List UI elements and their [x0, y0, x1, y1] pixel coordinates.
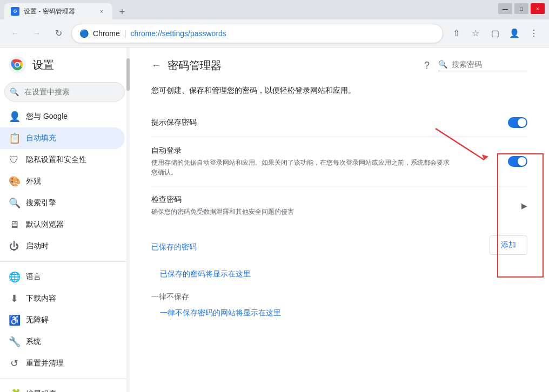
forward-button[interactable]: →	[28, 25, 45, 42]
privacy-icon: 🛡	[9, 154, 19, 166]
sidebar-divider	[0, 261, 129, 262]
check-password-chevron[interactable]: ▶	[521, 201, 527, 210]
search-password-input[interactable]	[452, 60, 527, 69]
pwd-back-button[interactable]: ←	[151, 60, 161, 71]
sidebar-search[interactable]: 🔍	[4, 82, 125, 102]
auto-signin-toggle[interactable]	[508, 156, 527, 167]
sidebar-item-privacy[interactable]: 🛡 隐私设置和安全性	[0, 149, 125, 171]
sidebar-search-input[interactable]	[4, 82, 125, 102]
sidebar-item-label: 搜索引擎	[26, 198, 56, 208]
tab-close-button[interactable]: ×	[97, 7, 106, 16]
add-password-button[interactable]: 添加	[490, 235, 527, 255]
offer-save-label: 提示保存密码	[151, 118, 197, 127]
sidebar-item-label: 自动填充	[26, 133, 56, 143]
sidebar-item-label: 默认浏览器	[26, 220, 64, 229]
sidebar-item-extensions[interactable]: 🧩 扩展程序 ↗	[0, 383, 125, 392]
pwd-description: 您可创建、保存和管理您的密码，以便轻松登录网站和应用。	[151, 86, 527, 96]
svg-point-3	[16, 63, 19, 67]
sidebar-item-language[interactable]: 🌐 语言	[0, 266, 125, 288]
sidebar-item-browser[interactable]: 🖥 默认浏览器	[0, 214, 125, 235]
language-icon: 🌐	[9, 271, 19, 283]
sidebar-divider-2	[0, 379, 129, 379]
nav-icons-right: ⇧ ☆ ▢ 👤 ⋮	[447, 25, 543, 42]
tab-favicon: ⚙	[11, 7, 19, 16]
sidebar-item-label: 系统	[26, 337, 41, 347]
url-favicon: 🔵	[79, 29, 89, 38]
auto-signin-desc: 使用存储的凭据自动登录网站和应用。如果关闭了该功能，在您每次登录网站或应用之前，…	[151, 158, 454, 177]
pwd-header: ← 密码管理器 ? 🔍	[151, 58, 527, 73]
url-path: chrome://settings/passwords	[130, 29, 226, 38]
search-password-area[interactable]: 🔍	[438, 60, 527, 71]
pwd-title-row: ← 密码管理器	[151, 58, 222, 73]
auto-signin-label-area: 自动登录 使用存储的凭据自动登录网站和应用。如果关闭了该功能，在您每次登录网站或…	[151, 146, 454, 177]
sidebar-item-appearance[interactable]: 🎨 外观	[0, 171, 125, 192]
system-icon: 🔧	[9, 336, 19, 348]
help-icon[interactable]: ?	[424, 60, 430, 71]
auto-signin-toggle-track[interactable]	[508, 156, 527, 167]
sidebar-item-label: 下载内容	[26, 294, 56, 303]
sidebar-item-label: 扩展程序	[26, 389, 56, 392]
new-tab-button[interactable]: +	[115, 4, 130, 19]
search-engine-icon: 🔍	[9, 197, 19, 209]
reload-button[interactable]: ↻	[50, 25, 67, 42]
sidebar-item-startup[interactable]: ⏻ 启动时	[0, 235, 125, 257]
autofill-icon: 📋	[9, 132, 19, 144]
content-area: ← 密码管理器 ? 🔍 您可创建、保存和管理您的密码，以便轻松登录网站和应用。 …	[130, 48, 549, 392]
sidebar-item-label: 外观	[26, 177, 41, 186]
sidebar-item-label: 重置并清理	[26, 359, 64, 368]
startup-icon: ⏻	[9, 241, 19, 252]
sidebar: 设置 🔍 👤 您与 Google 📋 自动填充 🛡 隐私设置和安全性 🎨	[0, 48, 130, 392]
profile-icon[interactable]: 👤	[506, 25, 523, 42]
back-button[interactable]: ←	[6, 25, 24, 42]
titlebar: ⚙ 设置 - 密码管理器 × + — □ ×	[0, 0, 549, 19]
sidebar-item-system[interactable]: 🔧 系统	[0, 331, 125, 353]
offer-save-toggle[interactable]	[508, 117, 527, 128]
offer-save-row: 提示保存密码	[151, 109, 527, 137]
sidebar-item-reset[interactable]: ↺ 重置并清理	[0, 353, 125, 374]
tab-area: ⚙ 设置 - 密码管理器 × +	[4, 0, 130, 19]
tab-view-icon[interactable]: ▢	[486, 25, 504, 42]
saved-passwords-header: 已保存的密码 添加	[151, 225, 527, 261]
pwd-title: 密码管理器	[168, 58, 222, 73]
auto-signin-row: 自动登录 使用存储的凭据自动登录网站和应用。如果关闭了该功能，在您每次登录网站或…	[151, 137, 527, 186]
minimize-button[interactable]: —	[498, 3, 512, 14]
check-password-label: 检查密码	[151, 195, 294, 205]
check-password-desc: 确保您的密码免受数据泄露和其他安全问题的侵害	[151, 207, 294, 217]
window-controls: — □ ×	[498, 3, 545, 14]
never-save-placeholder: 一律不保存密码的网站将显示在这里	[151, 304, 527, 318]
sidebar-search-icon: 🔍	[10, 87, 19, 96]
check-password-row: 检查密码 确保您的密码免受数据泄露和其他安全问题的侵害 ▶	[151, 186, 527, 225]
sidebar-item-autofill[interactable]: 📋 自动填充	[0, 127, 125, 149]
offer-save-toggle-thumb	[518, 118, 526, 127]
sidebar-item-accessibility[interactable]: ♿ 无障碍	[0, 309, 125, 331]
sidebar-item-label: 隐私设置和安全性	[26, 155, 86, 165]
auto-signin-toggle-thumb	[518, 157, 526, 166]
menu-icon[interactable]: ⋮	[525, 25, 543, 42]
pwd-header-right: ? 🔍	[424, 60, 527, 71]
navbar: ← → ↻ 🔵 Chrome | chrome://settings/passw…	[0, 19, 549, 48]
sidebar-app-title: 设置	[32, 58, 54, 72]
sidebar-item-label: 语言	[26, 272, 41, 282]
bookmark-icon[interactable]: ☆	[467, 25, 484, 42]
password-manager-container: ← 密码管理器 ? 🔍 您可创建、保存和管理您的密码，以便轻松登录网站和应用。 …	[130, 48, 549, 329]
share-icon[interactable]: ⇧	[447, 25, 465, 42]
auto-signin-label: 自动登录	[151, 146, 454, 156]
never-save-title: 一律不保存	[151, 279, 527, 304]
offer-save-toggle-track[interactable]	[508, 117, 527, 128]
window-close-button[interactable]: ×	[531, 3, 545, 14]
appearance-icon: 🎨	[9, 175, 19, 187]
reset-icon: ↺	[9, 357, 19, 369]
url-separator: |	[124, 29, 126, 38]
url-bar[interactable]: 🔵 Chrome | chrome://settings/passwords	[71, 24, 443, 43]
offer-save-label-area: 提示保存密码	[151, 118, 197, 127]
sidebar-item-google[interactable]: 👤 您与 Google	[0, 106, 125, 127]
tab-title: 设置 - 密码管理器	[24, 7, 75, 16]
main-container: 设置 🔍 👤 您与 Google 📋 自动填充 🛡 隐私设置和安全性 🎨	[0, 48, 549, 392]
sidebar-item-download[interactable]: ⬇ 下载内容	[0, 288, 125, 309]
maximize-button[interactable]: □	[514, 3, 528, 14]
active-tab[interactable]: ⚙ 设置 - 密码管理器 ×	[4, 3, 112, 19]
default-browser-icon: 🖥	[9, 219, 19, 231]
check-password-label-area: 检查密码 确保您的密码免受数据泄露和其他安全问题的侵害	[151, 195, 294, 217]
search-pwd-icon: 🔍	[438, 60, 447, 69]
sidebar-item-search[interactable]: 🔍 搜索引擎	[0, 192, 125, 214]
